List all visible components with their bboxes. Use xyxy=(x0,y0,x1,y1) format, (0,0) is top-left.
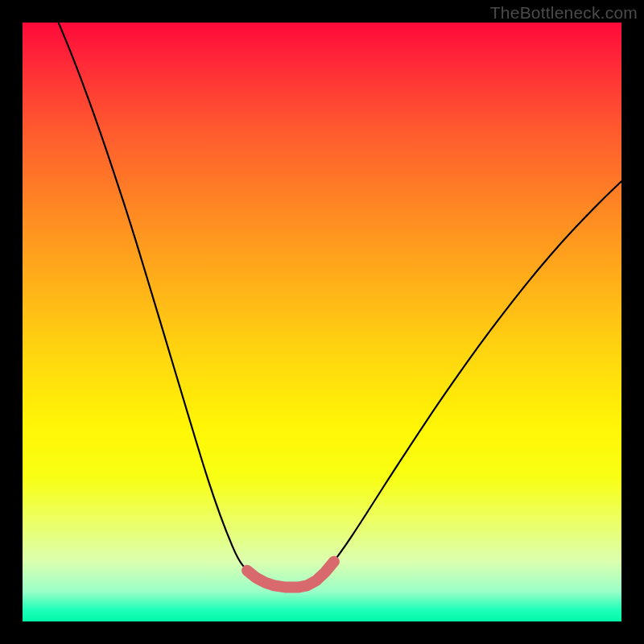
watermark-text: TheBottleneck.com xyxy=(490,3,638,23)
plot-svg xyxy=(23,23,621,621)
curve-right xyxy=(307,181,621,585)
highlight-segment xyxy=(247,562,334,588)
chart-area xyxy=(23,23,621,621)
curve-left xyxy=(59,23,275,585)
